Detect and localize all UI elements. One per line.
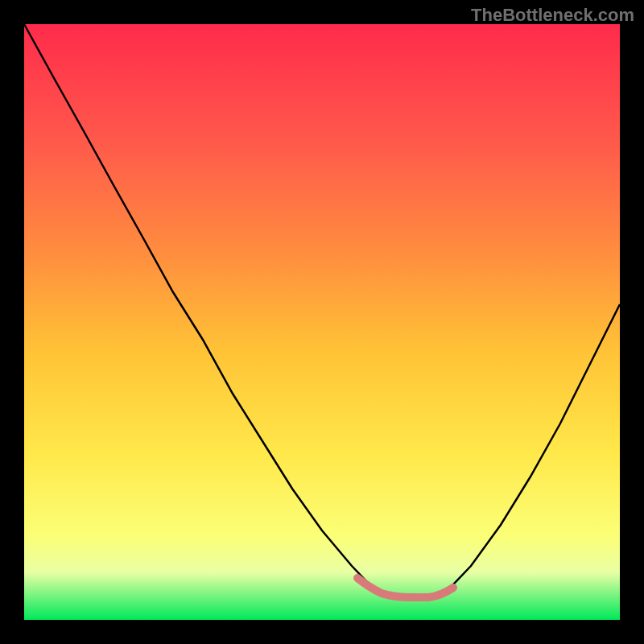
optimal-range-highlight-path (357, 578, 453, 597)
brand-label: TheBottleneck.com (471, 5, 634, 26)
plot-area (24, 24, 620, 620)
chart-frame: TheBottleneck.com (0, 0, 644, 644)
optimal-range-highlight (24, 24, 620, 620)
